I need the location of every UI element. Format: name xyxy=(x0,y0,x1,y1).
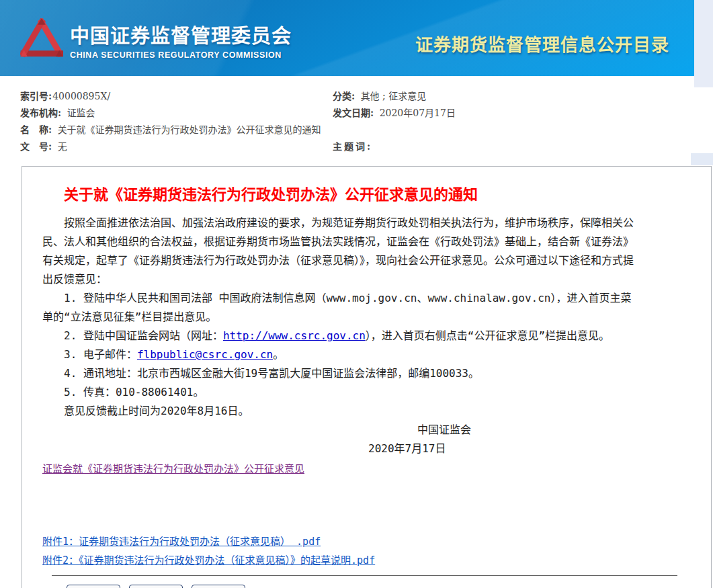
print-page-button[interactable]: 打印本页 xyxy=(129,585,183,588)
save-page-button[interactable]: 保存本页 xyxy=(67,585,120,588)
para-item-5: 5. 传真：010-88061401。 xyxy=(42,383,637,402)
metadata-row: 文 号: 无 主题词: xyxy=(20,138,692,155)
attachment-row: 附件1：证券期货违法行为行政处罚办法（征求意见稿） .pdf xyxy=(42,532,637,551)
csrc-website-link[interactable]: http://www.csrc.gov.cn xyxy=(223,329,366,342)
field-index: 索引号:40000895X/ xyxy=(20,88,333,105)
item-3-text-after: 。 xyxy=(273,348,284,361)
field-agency: 发布机构: 证监会 xyxy=(20,105,333,122)
para-item-2: 2. 登陆中国证监会网站（网址：http://www.csrc.gov.cn），… xyxy=(42,327,637,345)
agency-label: 发布机构: xyxy=(20,108,61,118)
attachment-link-2[interactable]: 附件2：《证券期货违法行为行政处罚办法（征求意见稿）》的起草说明.pdf xyxy=(42,554,375,566)
org-name-cn: 中国证券监督管理委员会 xyxy=(70,20,292,48)
para-item-1: 1. 登陆中华人民共和国司法部 中国政府法制信息网（www.moj.gov.cn… xyxy=(42,289,637,327)
item-2-text: 2. 登陆中国证监会网站（网址： xyxy=(64,329,223,342)
keywords-label: 主题词: xyxy=(333,141,372,152)
related-news: 证监会就《证券期货违法行为行政处罚办法》公开征求意见 xyxy=(42,460,637,478)
agency-value: 证监会 xyxy=(67,108,95,118)
index-label: 索引号: xyxy=(20,91,52,101)
doc-number-value: 无 xyxy=(58,141,67,152)
page-scrollbar-thumb[interactable] xyxy=(694,0,713,87)
site-header: 中国证券监督管理委员会 CHINA SECURITIES REGULATORY … xyxy=(0,0,694,76)
attachment-row: 附件2：《证券期货违法行为行政处罚办法（征求意见稿）》的起草说明.pdf xyxy=(42,551,637,570)
field-issue-date: 发文日期: 2020年07月17日 xyxy=(333,105,456,122)
field-keywords: 主题词: xyxy=(333,138,375,155)
field-category: 分类: 其他 ; 征求意见 xyxy=(333,88,426,105)
para-intro: 按照全面推进依法治国、加强法治政府建设的要求，为规范证券期货行政处罚相关执法行为… xyxy=(42,214,637,289)
attachments-list: 附件1：证券期货违法行为行政处罚办法（征求意见稿） .pdf 附件2：《证券期货… xyxy=(42,532,637,570)
field-doc-name: 名 称: 关于就《证券期货违法行为行政处罚办法》公开征求意见的通知 xyxy=(20,122,321,138)
notice-content-box: 关于就《证券期货违法行为行政处罚办法》公开征求意见的通知 按照全面推进依法治国、… xyxy=(22,166,712,588)
field-doc-number: 文 号: 无 xyxy=(20,138,333,155)
iframe-scrollbar-thumb[interactable] xyxy=(691,153,713,165)
close-window-button[interactable]: 关闭窗口 xyxy=(192,585,245,588)
csrc-logo-icon xyxy=(20,15,63,60)
signature-org: 中国证监会 xyxy=(417,421,637,439)
issue-date-label: 发文日期: xyxy=(333,108,374,118)
index-value: 40000895X/ xyxy=(52,91,110,101)
org-name-en: CHINA SECURITIES REGULATORY COMMISSION xyxy=(70,50,292,60)
signature-date: 2020年7月17日 xyxy=(368,439,637,458)
issue-date-value: 2020年07月17日 xyxy=(380,108,456,118)
footer-buttons: 保存本页 打印本页 关闭窗口 xyxy=(67,585,637,588)
doc-number-label: 文 号: xyxy=(20,141,52,152)
related-news-link[interactable]: 证监会就《证券期货违法行为行政处罚办法》公开征求意见 xyxy=(42,463,304,475)
metadata-row: 索引号:40000895X/ 分类: 其他 ; 征求意见 xyxy=(20,88,692,105)
doc-name-label: 名 称: xyxy=(20,124,52,135)
para-item-3: 3. 电子邮件：flbpublic@csrc.gov.cn。 xyxy=(42,345,637,364)
banner-title: 证券期货监督管理信息公开目录 xyxy=(415,31,669,56)
category-value: 其他 ; 征求意见 xyxy=(361,91,427,101)
item-2-text-after: ），进入首页右侧点击“公开征求意见”栏提出意见。 xyxy=(366,329,610,342)
footer-divider xyxy=(52,575,677,576)
email-link[interactable]: flbpublic@csrc.gov.cn xyxy=(137,348,273,361)
para-deadline: 意见反馈截止时间为2020年8月16日。 xyxy=(42,402,637,421)
document-metadata: 索引号:40000895X/ 分类: 其他 ; 征求意见 发布机构: 证监会 发… xyxy=(20,88,692,155)
metadata-row: 发布机构: 证监会 发文日期: 2020年07月17日 xyxy=(20,105,692,122)
notice-title: 关于就《证券期货违法行为行政处罚办法》公开征求意见的通知 xyxy=(64,184,711,204)
doc-name-value: 关于就《证券期货违法行为行政处罚办法》公开征求意见的通知 xyxy=(58,124,321,135)
category-label: 分类: xyxy=(333,91,355,101)
notice-body: 按照全面推进依法治国、加强法治政府建设的要求，为规范证券期货行政处罚相关执法行为… xyxy=(42,214,637,588)
item-3-text: 3. 电子邮件： xyxy=(64,348,137,361)
org-identity: 中国证券监督管理委员会 CHINA SECURITIES REGULATORY … xyxy=(70,20,292,60)
metadata-row: 名 称: 关于就《证券期货违法行为行政处罚办法》公开征求意见的通知 xyxy=(20,122,692,138)
attachment-link-1[interactable]: 附件1：证券期货违法行为行政处罚办法（征求意见稿） .pdf xyxy=(42,536,321,548)
para-item-4: 4. 通讯地址：北京市西城区金融大街19号富凯大厦中国证监会法律部，邮编1000… xyxy=(42,364,637,383)
